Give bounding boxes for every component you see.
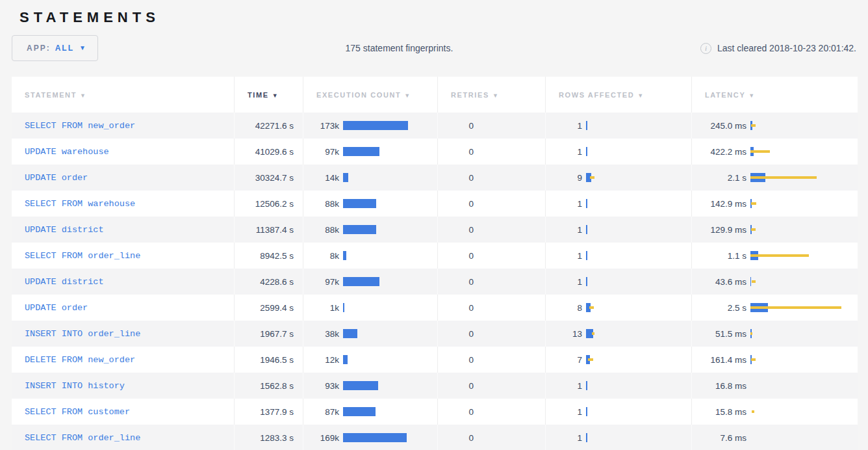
last-cleared-text: Last cleared 2018-10-23 20:01:42.	[717, 43, 856, 53]
bar-value: 173k	[303, 121, 339, 131]
column-header-time[interactable]: TIME▼	[234, 77, 303, 112]
bar-value: 8k	[303, 251, 339, 261]
statement-link[interactable]: SELECT FROM warehouse	[25, 199, 135, 209]
table-row: UPDATE district4228.6 s97k0143.6 ms	[12, 269, 858, 295]
bar-chart	[478, 172, 545, 183]
sort-arrow-icon: ▼	[748, 92, 756, 99]
statement-link[interactable]: UPDATE order	[25, 303, 88, 313]
mean-bar	[343, 381, 378, 390]
bar-value: 2.5 s	[692, 303, 747, 313]
statement-link[interactable]: SELECT FROM new_order	[25, 121, 135, 131]
column-header-rows-affected[interactable]: ROWS AFFECTED▼	[545, 77, 691, 112]
bar-value: 0	[438, 173, 474, 183]
bar-chart	[586, 198, 691, 209]
bar-chart	[586, 380, 691, 391]
bar-chart	[750, 406, 858, 417]
app-filter-value: ALL	[55, 44, 74, 53]
bar-value: 0	[438, 355, 474, 365]
column-header-retries[interactable]: RETRIES▼	[437, 77, 545, 112]
column-header-statement[interactable]: STATEMENT▼	[12, 77, 234, 112]
bar-chart	[586, 224, 691, 235]
bar-value: 7.6 ms	[692, 433, 747, 443]
bar-chart	[586, 172, 691, 183]
sort-arrow-icon: ▼	[404, 92, 411, 99]
bar-chart	[750, 380, 858, 391]
statement-link[interactable]: SELECT FROM customer	[25, 407, 130, 417]
time-value: 4228.6 s	[234, 269, 303, 295]
statement-link[interactable]: SELECT FROM order_line	[25, 251, 140, 261]
mean-bar	[343, 147, 379, 156]
bar-chart	[343, 120, 437, 131]
statement-link[interactable]: UPDATE district	[25, 225, 104, 235]
statement-link[interactable]: UPDATE order	[25, 173, 88, 183]
bar-chart	[343, 380, 437, 391]
table-row: DELETE FROM new_order1946.5 s12k07161.4 …	[12, 347, 858, 373]
stddev-bar	[590, 176, 594, 179]
table-row: SELECT FROM order_line1283.3 s169k017.6 …	[12, 425, 858, 450]
bar-value: 0	[438, 277, 474, 287]
bar-value: 43.6 ms	[692, 277, 747, 287]
bar-chart	[586, 146, 691, 157]
bar-value: 245.0 ms	[692, 121, 747, 131]
bar-value: 142.9 ms	[692, 199, 747, 209]
bar-value: 13	[546, 329, 582, 339]
bar-chart	[478, 224, 545, 235]
bar-chart	[750, 302, 858, 313]
stddev-bar	[750, 306, 841, 309]
column-header-latency[interactable]: LATENCY▼	[691, 77, 858, 112]
bar-value: 9	[546, 173, 582, 183]
bar-chart	[478, 276, 545, 287]
bar-value: 88k	[303, 199, 339, 209]
bar-chart	[343, 276, 437, 287]
table-row: UPDATE order30324.7 s14k092.1 s	[12, 165, 858, 191]
statement-link[interactable]: SELECT FROM order_line	[25, 433, 140, 443]
bar-value: 129.9 ms	[692, 225, 747, 235]
statements-table-body: SELECT FROM new_order42271.6 s173k01245.…	[12, 112, 858, 450]
bar-chart	[343, 328, 437, 339]
bar-value: 1.1 s	[692, 251, 747, 261]
table-row: UPDATE warehouse41029.6 s97k01422.2 ms	[12, 139, 858, 165]
bar-chart	[586, 432, 691, 443]
bar-value: 93k	[303, 381, 339, 391]
statement-link[interactable]: UPDATE district	[25, 277, 104, 287]
column-header-execution-count[interactable]: EXECUTION COUNT▼	[303, 77, 437, 112]
bar-chart	[478, 406, 545, 417]
statement-link[interactable]: DELETE FROM new_order	[25, 355, 135, 365]
time-value: 1283.3 s	[234, 425, 303, 450]
time-value: 41029.6 s	[234, 139, 303, 165]
bar-chart	[586, 354, 691, 365]
bar-chart	[343, 224, 437, 235]
time-value: 1377.9 s	[234, 399, 303, 425]
statements-table: STATEMENT▼TIME▼EXECUTION COUNT▼RETRIES▼R…	[12, 77, 856, 450]
bar-value: 1	[546, 199, 582, 209]
toolbar: APP: ALL ▼ 175 statement fingerprints. i…	[12, 34, 856, 62]
bar-value: 16.8 ms	[692, 381, 747, 391]
time-value: 42271.6 s	[234, 112, 303, 139]
app-filter-dropdown[interactable]: APP: ALL ▼	[12, 35, 98, 61]
table-row: INSERT INTO order_line1967.7 s38k01351.5…	[12, 321, 858, 347]
bar-chart	[343, 250, 437, 261]
bar-chart	[750, 328, 858, 339]
mean-bar	[343, 329, 357, 338]
table-row: SELECT FROM new_order42271.6 s173k01245.…	[12, 112, 858, 139]
stddev-bar	[751, 124, 756, 127]
stddev-bar	[750, 332, 752, 335]
bar-chart	[750, 172, 858, 183]
mean-bar	[750, 277, 751, 286]
bar-value: 0	[438, 199, 474, 209]
statement-link[interactable]: UPDATE warehouse	[25, 147, 109, 157]
stddev-bar	[592, 332, 594, 335]
sort-arrow-icon: ▼	[637, 92, 645, 99]
stddev-bar	[750, 254, 809, 257]
bar-value: 0	[438, 121, 474, 131]
bar-value: 1	[546, 433, 582, 443]
mean-bar	[343, 225, 376, 234]
bar-chart	[586, 250, 691, 261]
statement-link[interactable]: INSERT INTO history	[25, 381, 125, 391]
sort-arrow-icon: ▼	[492, 92, 500, 99]
info-icon[interactable]: i	[700, 43, 711, 54]
bar-chart	[478, 328, 545, 339]
bar-chart	[750, 224, 858, 235]
statement-link[interactable]: INSERT INTO order_line	[25, 329, 140, 339]
table-row: UPDATE district11387.4 s88k01129.9 ms	[12, 217, 858, 243]
